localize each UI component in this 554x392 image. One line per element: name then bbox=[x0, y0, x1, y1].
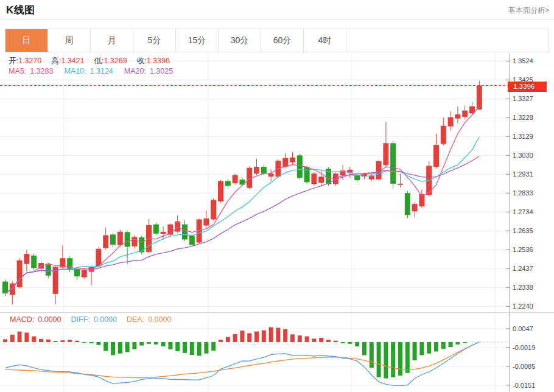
tab-15min[interactable]: 15分 bbox=[176, 29, 219, 52]
tab-week[interactable]: 周 bbox=[48, 29, 91, 52]
price-tick-label: 1.3030 bbox=[513, 151, 533, 159]
ohlc-row-value: 1.3270 bbox=[18, 57, 41, 65]
fundamental-analysis-link[interactable]: 基本面分析> bbox=[508, 5, 549, 16]
ohlc-row-label: 收: bbox=[137, 57, 147, 65]
price-tick-label: 1.3327 bbox=[513, 94, 533, 103]
macd-row-value: 0.0000 bbox=[38, 315, 61, 324]
macd-tick-label: -0.0151 bbox=[513, 381, 535, 390]
kline-panel: { "header": { "title": "K线图", "link_labe… bbox=[0, 0, 554, 392]
ohlc-readout: 开:1.3270高:1.3421低:1.3269收:1.3396 bbox=[9, 56, 180, 66]
macd-row-label: DIFF: bbox=[71, 315, 90, 324]
interval-tabbar: 日周月5分15分30分60分4时 bbox=[5, 29, 549, 52]
macd-row-label: MACD: bbox=[10, 315, 34, 324]
price-tick-label: 1.3228 bbox=[513, 113, 533, 122]
ma-row-value: 1.3025 bbox=[150, 67, 173, 75]
price-tick-label: 1.2734 bbox=[513, 208, 533, 216]
ma-row-label: MA20: bbox=[124, 67, 146, 75]
ohlc-row-value: 1.3421 bbox=[61, 57, 84, 65]
price-tick-label: 1.2931 bbox=[513, 170, 533, 178]
macd-tick-label: -0.0019 bbox=[513, 343, 535, 352]
macd-tick-label: -0.0085 bbox=[513, 362, 535, 371]
tab-30min[interactable]: 30分 bbox=[219, 29, 261, 52]
current-price-badge: 1.3396 bbox=[508, 82, 547, 92]
macd-tick-label: 0.0047 bbox=[513, 324, 533, 333]
price-tick-label: 1.2338 bbox=[513, 283, 533, 292]
tab-4hour[interactable]: 4时 bbox=[304, 29, 346, 52]
ohlc-row-label: 低: bbox=[94, 57, 103, 65]
price-tick-label: 1.2240 bbox=[513, 302, 533, 310]
macd-row-label: DEA: bbox=[127, 315, 144, 324]
tab-5min[interactable]: 5分 bbox=[133, 29, 176, 52]
price-tick-label: 1.2536 bbox=[513, 245, 533, 254]
price-tick-label: 1.3129 bbox=[513, 132, 533, 141]
ohlc-row-value: 1.3396 bbox=[147, 57, 170, 65]
price-tick-label: 1.2437 bbox=[513, 264, 533, 273]
ma-row-value: 1.3124 bbox=[90, 67, 113, 75]
candlestick-chart[interactable] bbox=[0, 54, 554, 392]
ma-readout: MA5:1.3283MA10:1.3124MA20:1.3025 bbox=[9, 67, 184, 75]
tab-60min[interactable]: 60分 bbox=[261, 29, 304, 52]
ma-row-value: 1.3283 bbox=[30, 67, 53, 75]
price-tick-label: 1.2833 bbox=[513, 189, 533, 197]
price-tick-label: 1.3524 bbox=[513, 57, 533, 65]
ma-row-label: MA10: bbox=[64, 67, 86, 75]
tab-day[interactable]: 日 bbox=[5, 29, 48, 52]
macd-row-value: 0.0000 bbox=[94, 315, 117, 324]
ohlc-row-label: 高: bbox=[51, 57, 61, 65]
ma-row-label: MA5: bbox=[9, 67, 26, 75]
price-tick-label: 1.2635 bbox=[513, 226, 533, 235]
macd-readout: MACD:0.0000DIFF:0.0000DEA:0.0000 bbox=[10, 315, 181, 324]
title-divider bbox=[0, 19, 554, 19]
ohlc-row-label: 开: bbox=[9, 57, 18, 65]
ohlc-row-value: 1.3269 bbox=[103, 57, 127, 65]
page-title: K线图 bbox=[6, 3, 35, 17]
tabbar-filler bbox=[346, 29, 549, 52]
macd-row-value: 0.0000 bbox=[148, 315, 171, 324]
tab-month[interactable]: 月 bbox=[91, 29, 133, 52]
